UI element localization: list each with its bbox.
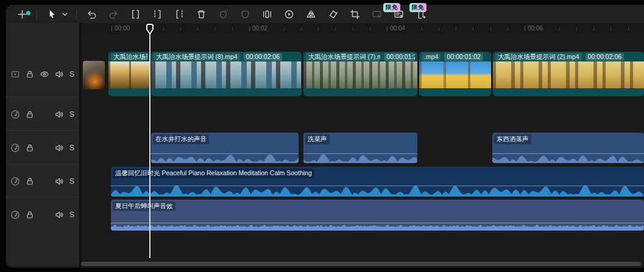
clip-filmstrip bbox=[151, 61, 302, 88]
playhead-line[interactable] bbox=[149, 33, 150, 258]
rotate-button[interactable] bbox=[325, 7, 340, 21]
lock-track-button[interactable] bbox=[25, 69, 35, 79]
ruler-minor-tick bbox=[232, 27, 233, 30]
ruler-minor-tick bbox=[301, 27, 302, 30]
lock-track-button[interactable] bbox=[25, 176, 35, 186]
solo-track-button[interactable]: S bbox=[69, 211, 75, 219]
clip-label-bar: 大禹治水场景 bbox=[108, 52, 150, 61]
toggle-visibility-button[interactable] bbox=[40, 69, 49, 79]
track-headers: SSSSS bbox=[6, 23, 79, 266]
volume-line[interactable] bbox=[303, 153, 417, 154]
playhead-handle[interactable] bbox=[146, 23, 154, 35]
lock-track-button[interactable] bbox=[25, 210, 35, 220]
speed-button[interactable] bbox=[281, 7, 296, 21]
clip-name: 大禹治水场景提示词 (7).mp4 bbox=[306, 53, 380, 61]
auto-reframe-icon[interactable] bbox=[369, 7, 384, 21]
clip-label-bar: 大禹治水场景提示词 (2).mp400:00:02:06 bbox=[493, 52, 644, 61]
ruler-minor-tick bbox=[404, 27, 405, 30]
audio-clip-name: 东西洒落声 bbox=[494, 134, 531, 144]
volume-line[interactable] bbox=[111, 186, 644, 186]
mute-track-button[interactable] bbox=[54, 110, 64, 119]
volume-line[interactable] bbox=[111, 223, 644, 223]
audio-clip-name: 在水井打水的声音 bbox=[153, 134, 209, 144]
ruler-minor-tick bbox=[180, 27, 181, 30]
limited-free-badge: 限免 bbox=[383, 3, 400, 12]
ruler-minor-tick bbox=[473, 27, 473, 30]
ruler-minor-tick bbox=[266, 27, 267, 30]
smart-keying-ai-icon[interactable]: AI bbox=[216, 7, 230, 21]
video-clip[interactable]: .mp400:00:01:02 bbox=[419, 52, 491, 96]
mute-track-button[interactable] bbox=[54, 143, 64, 153]
audio-clip[interactable]: 在水井打水的声音 bbox=[151, 133, 299, 163]
ruler-major-tick bbox=[387, 26, 387, 31]
horizontal-scrollbar[interactable] bbox=[81, 262, 641, 266]
solo-track-button[interactable]: S bbox=[69, 110, 75, 119]
volume-line[interactable] bbox=[151, 153, 299, 154]
mute-track-button[interactable] bbox=[54, 176, 64, 186]
notification-dot bbox=[26, 11, 30, 15]
crop-button[interactable] bbox=[347, 7, 362, 21]
clip-duration: 00:00:01:02 bbox=[444, 53, 483, 61]
audio-clip-name: 夏日午后蝉叫声音效 bbox=[113, 201, 175, 211]
audio-clip[interactable]: 洗菜声 bbox=[303, 133, 417, 163]
clip-duration: 00:00:02:06 bbox=[586, 53, 624, 61]
freeze-frame-button[interactable] bbox=[260, 7, 274, 21]
mute-track-button[interactable] bbox=[54, 210, 64, 220]
clip-name: 大禹治水场景 bbox=[111, 53, 147, 61]
delete-left-button[interactable] bbox=[150, 7, 165, 21]
ruler-time-label: 00:02 bbox=[252, 25, 267, 32]
mirror-button[interactable] bbox=[303, 7, 318, 21]
clip-filmstrip bbox=[493, 61, 644, 88]
ruler-minor-tick bbox=[197, 27, 198, 30]
video-clip[interactable]: 大禹治水场景 bbox=[108, 52, 150, 96]
audio-track-icon bbox=[10, 110, 20, 119]
audio-clip[interactable]: 温馨回忆旧时光 Peaceful Piano Relaxation Medita… bbox=[111, 167, 644, 197]
clip-filmstrip bbox=[108, 61, 150, 88]
track-divider bbox=[6, 130, 79, 131]
cover-thumbnail[interactable] bbox=[83, 61, 105, 89]
ruler-minor-tick bbox=[335, 27, 336, 30]
ruler-minor-tick bbox=[576, 27, 577, 30]
audio-clip-name: 温馨回忆旧时光 Peaceful Piano Relaxation Medita… bbox=[113, 169, 314, 178]
solo-track-button[interactable]: S bbox=[69, 144, 75, 152]
ruler-major-tick bbox=[111, 26, 112, 31]
ruler-minor-tick bbox=[439, 27, 439, 30]
ruler-major-tick bbox=[249, 26, 250, 31]
audio-track-icon bbox=[10, 176, 20, 186]
track-header-5: S bbox=[6, 198, 79, 231]
solo-track-button[interactable]: S bbox=[69, 70, 75, 78]
audio-clip[interactable]: 东西洒落声 bbox=[492, 133, 644, 163]
ruler-minor-tick bbox=[610, 27, 611, 30]
clip-filmstrip bbox=[303, 61, 417, 88]
volume-line[interactable] bbox=[492, 153, 644, 154]
redo-button[interactable] bbox=[106, 7, 121, 21]
track-divider bbox=[6, 97, 79, 97]
track-divider bbox=[6, 164, 79, 164]
keying-icon[interactable] bbox=[238, 7, 252, 21]
ruler-minor-tick bbox=[370, 27, 370, 30]
delete-right-button[interactable] bbox=[172, 7, 186, 21]
undo-button[interactable] bbox=[84, 7, 99, 21]
video-clip[interactable]: 大禹治水场景提示词 (7).mp400:00:01:2 bbox=[303, 52, 417, 96]
lock-track-button[interactable] bbox=[25, 110, 35, 119]
ruler-minor-tick bbox=[353, 27, 353, 30]
mute-track-button[interactable] bbox=[54, 69, 64, 79]
audio-clip[interactable]: 夏日午后蝉叫声音效 bbox=[111, 200, 644, 231]
split-button[interactable] bbox=[128, 7, 143, 21]
select-tool-chevron-down-icon[interactable] bbox=[60, 7, 69, 21]
audio-track-icon bbox=[10, 210, 20, 220]
track-divider bbox=[6, 197, 79, 198]
video-clip[interactable]: 大禹治水场景提示词 (2).mp400:00:02:06 bbox=[493, 52, 644, 96]
track-header-3: S bbox=[6, 131, 79, 164]
limited-free-badge: 限免 bbox=[409, 3, 426, 12]
lock-track-button[interactable] bbox=[25, 143, 35, 153]
clip-name: 大禹治水场景提示词 (8).mp4 bbox=[154, 53, 240, 61]
ruler-minor-tick bbox=[490, 27, 491, 30]
video-clip[interactable]: 大禹治水场景提示词 (8).mp400:00:02:06 bbox=[151, 52, 302, 96]
ruler-minor-tick bbox=[559, 27, 560, 30]
audio-clip-name: 洗菜声 bbox=[305, 134, 330, 144]
select-tool-button[interactable] bbox=[44, 7, 59, 21]
delete-button[interactable] bbox=[194, 7, 208, 21]
timeline-ruler[interactable]: 00:0000:0200:0400:06 bbox=[81, 23, 644, 34]
solo-track-button[interactable]: S bbox=[69, 177, 75, 186]
